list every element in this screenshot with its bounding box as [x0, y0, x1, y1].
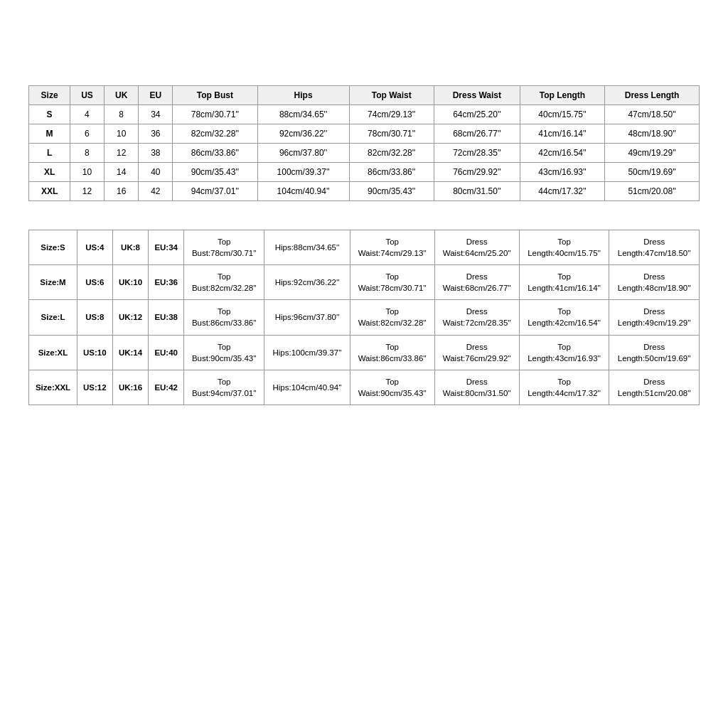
col-dress-length: Dress Length — [605, 86, 700, 105]
size-cell: Size:L — [29, 300, 77, 335]
col-top-length: Top Length — [520, 86, 604, 105]
table-cell: 12 — [70, 182, 105, 201]
uk-cell: UK:14 — [112, 335, 149, 370]
table-cell: 6 — [70, 124, 105, 144]
eu-cell: EU:36 — [149, 265, 184, 300]
col-eu: EU — [139, 86, 173, 105]
uk-cell: UK:8 — [112, 230, 149, 265]
col-top-bust: Top Bust — [173, 86, 257, 105]
table-row: Size:LUS:8UK:12EU:38TopBust:86cm/33.86''… — [29, 300, 700, 335]
us-cell: US:4 — [77, 230, 112, 265]
table-cell: 90cm/35.43'' — [173, 163, 257, 182]
table-cell: 34 — [139, 105, 173, 124]
dress-waist-cell: DressWaist:80cm/31.50'' — [434, 370, 519, 405]
bust-cell: TopBust:94cm/37.01'' — [184, 370, 264, 405]
table-cell: 82cm/32.28'' — [173, 124, 257, 144]
table-row: S483478cm/30.71''88cm/34.65''74cm/29.13'… — [29, 105, 700, 124]
table-cell: 96cm/37.80'' — [257, 144, 349, 163]
table-row: Size:XXLUS:12UK:16EU:42TopBust:94cm/37.0… — [29, 370, 700, 405]
dress-length-cell: DressLength:50cm/19.69'' — [609, 335, 700, 370]
hips-cell: Hips:96cm/37.80'' — [264, 300, 350, 335]
table-row: XXL12164294cm/37.01''104cm/40.94''90cm/3… — [29, 182, 700, 201]
table-cell: 82cm/32.28'' — [349, 144, 434, 163]
bust-cell: TopBust:78cm/30.71'' — [184, 230, 264, 265]
top-length-cell: TopLength:44cm/17.32'' — [519, 370, 609, 405]
eu-cell: EU:34 — [149, 230, 184, 265]
col-size: Size — [29, 86, 70, 105]
table-cell: S — [29, 105, 70, 124]
bust-cell: TopBust:82cm/32.28'' — [184, 265, 264, 300]
size-cell: Size:XL — [29, 335, 77, 370]
top-length-cell: TopLength:40cm/15.75'' — [519, 230, 609, 265]
col-top-waist: Top Waist — [349, 86, 434, 105]
table-cell: M — [29, 124, 70, 144]
table-row: XL10144090cm/35.43''100cm/39.37''86cm/33… — [29, 163, 700, 182]
table-cell: 40cm/15.75'' — [520, 105, 604, 124]
dress-length-cell: DressLength:48cm/18.90'' — [609, 265, 700, 300]
table-cell: 51cm/20.08'' — [605, 182, 700, 201]
col-uk: UK — [104, 86, 139, 105]
table-cell: 16 — [104, 182, 139, 201]
table-cell: 90cm/35.43'' — [349, 182, 434, 201]
eu-cell: EU:42 — [149, 370, 184, 405]
table-cell: 43cm/16.93'' — [520, 163, 604, 182]
size-cell: Size:S — [29, 230, 77, 265]
table-cell: 40 — [139, 163, 173, 182]
hips-cell: Hips:100cm/39.37'' — [264, 335, 350, 370]
col-us: US — [70, 86, 105, 105]
table-cell: 38 — [139, 144, 173, 163]
dress-waist-cell: DressWaist:72cm/28.35'' — [434, 300, 519, 335]
table1-container: Size US UK EU Top Bust Hips Top Waist Dr… — [28, 85, 700, 201]
table-cell: 76cm/29.92'' — [434, 163, 520, 182]
uk-cell: UK:12 — [112, 300, 149, 335]
table-cell: 10 — [70, 163, 105, 182]
size-chart-table1: Size US UK EU Top Bust Hips Top Waist Dr… — [28, 85, 700, 201]
table-cell: L — [29, 144, 70, 163]
table-cell: 42 — [139, 182, 173, 201]
table-cell: 42cm/16.54'' — [520, 144, 604, 163]
table-cell: 80cm/31.50'' — [434, 182, 520, 201]
table-row: L8123886cm/33.86''96cm/37.80''82cm/32.28… — [29, 144, 700, 163]
col-dress-waist: Dress Waist — [434, 86, 520, 105]
dress-length-cell: DressLength:47cm/18.50'' — [609, 230, 700, 265]
table-cell: 8 — [104, 105, 139, 124]
table-cell: 78cm/30.71'' — [173, 105, 257, 124]
table-cell: 4 — [70, 105, 105, 124]
us-cell: US:8 — [77, 300, 112, 335]
table-cell: XXL — [29, 182, 70, 201]
table-cell: 48cm/18.90'' — [605, 124, 700, 144]
col-hips: Hips — [257, 86, 349, 105]
table-cell: 72cm/28.35'' — [434, 144, 520, 163]
table-row: Size:SUS:4UK:8EU:34TopBust:78cm/30.71''H… — [29, 230, 700, 265]
us-cell: US:10 — [77, 335, 112, 370]
hips-cell: Hips:92cm/36.22'' — [264, 265, 350, 300]
size-cell: Size:M — [29, 265, 77, 300]
table1-header-row: Size US UK EU Top Bust Hips Top Waist Dr… — [29, 86, 700, 105]
table-cell: 8 — [70, 144, 105, 163]
dress-waist-cell: DressWaist:64cm/25.20'' — [434, 230, 519, 265]
table-cell: 47cm/18.50'' — [605, 105, 700, 124]
table-cell: 36 — [139, 124, 173, 144]
dress-length-cell: DressLength:49cm/19.29'' — [609, 300, 700, 335]
table-cell: 88cm/34.65'' — [257, 105, 349, 124]
table-cell: 10 — [104, 124, 139, 144]
table-row: Size:MUS:6UK:10EU:36TopBust:82cm/32.28''… — [29, 265, 700, 300]
table-cell: 44cm/17.32'' — [520, 182, 604, 201]
table-cell: 14 — [104, 163, 139, 182]
hips-cell: Hips:104cm/40.94'' — [264, 370, 350, 405]
waist-cell: TopWaist:78cm/30.71'' — [350, 265, 434, 300]
dress-waist-cell: DressWaist:76cm/29.92'' — [434, 335, 519, 370]
table-cell: 78cm/30.71'' — [349, 124, 434, 144]
top-length-cell: TopLength:42cm/16.54'' — [519, 300, 609, 335]
table-cell: 74cm/29.13'' — [349, 105, 434, 124]
uk-cell: UK:16 — [112, 370, 149, 405]
eu-cell: EU:40 — [149, 335, 184, 370]
table-cell: 49cm/19.29'' — [605, 144, 700, 163]
us-cell: US:6 — [77, 265, 112, 300]
table-cell: 41cm/16.14'' — [520, 124, 604, 144]
table-cell: 64cm/25.20'' — [434, 105, 520, 124]
table-cell: 86cm/33.86'' — [349, 163, 434, 182]
eu-cell: EU:38 — [149, 300, 184, 335]
bust-cell: TopBust:86cm/33.86'' — [184, 300, 264, 335]
table-cell: 104cm/40.94'' — [257, 182, 349, 201]
